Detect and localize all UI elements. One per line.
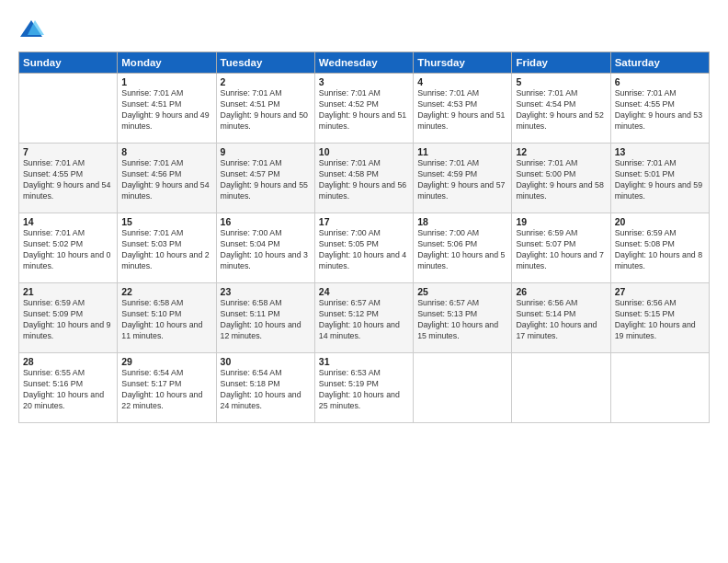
day-number: 3 bbox=[319, 76, 409, 87]
day-info: Sunrise: 6:54 AMSunset: 5:17 PMDaylight:… bbox=[121, 368, 211, 412]
calendar-table: SundayMondayTuesdayWednesdayThursdayFrid… bbox=[18, 52, 710, 423]
day-info: Sunrise: 6:55 AMSunset: 5:16 PMDaylight:… bbox=[23, 368, 113, 412]
day-info: Sunrise: 7:01 AMSunset: 4:55 PMDaylight:… bbox=[615, 88, 705, 132]
day-info: Sunrise: 7:00 AMSunset: 5:04 PMDaylight:… bbox=[221, 228, 311, 272]
calendar-cell: 28Sunrise: 6:55 AMSunset: 5:16 PMDayligh… bbox=[19, 353, 118, 423]
calendar-cell: 3Sunrise: 7:01 AMSunset: 4:52 PMDaylight… bbox=[314, 74, 413, 144]
header-cell-monday: Monday bbox=[118, 52, 216, 74]
day-number: 6 bbox=[615, 76, 705, 87]
day-number: 1 bbox=[121, 76, 211, 87]
day-number: 28 bbox=[23, 356, 113, 367]
day-info: Sunrise: 6:59 AMSunset: 5:08 PMDaylight:… bbox=[615, 228, 705, 272]
day-number: 31 bbox=[319, 356, 409, 367]
day-info: Sunrise: 6:54 AMSunset: 5:18 PMDaylight:… bbox=[221, 368, 311, 412]
calendar-cell: 15Sunrise: 7:01 AMSunset: 5:03 PMDayligh… bbox=[118, 213, 216, 283]
day-info: Sunrise: 7:01 AMSunset: 4:57 PMDaylight:… bbox=[221, 158, 311, 202]
header-cell-saturday: Saturday bbox=[610, 52, 709, 74]
calendar-cell: 11Sunrise: 7:01 AMSunset: 4:59 PMDayligh… bbox=[414, 144, 512, 213]
calendar-cell: 24Sunrise: 6:57 AMSunset: 5:12 PMDayligh… bbox=[314, 283, 413, 353]
calendar-cell: 9Sunrise: 7:01 AMSunset: 4:57 PMDaylight… bbox=[216, 144, 314, 213]
calendar-cell: 12Sunrise: 7:01 AMSunset: 5:00 PMDayligh… bbox=[512, 144, 610, 213]
day-info: Sunrise: 6:53 AMSunset: 5:19 PMDaylight:… bbox=[319, 368, 409, 412]
calendar-cell: 7Sunrise: 7:01 AMSunset: 4:55 PMDaylight… bbox=[19, 144, 118, 213]
day-number: 23 bbox=[221, 286, 311, 297]
day-info: Sunrise: 7:01 AMSunset: 4:55 PMDaylight:… bbox=[23, 158, 113, 202]
calendar-cell: 18Sunrise: 7:00 AMSunset: 5:06 PMDayligh… bbox=[414, 213, 512, 283]
calendar-cell: 16Sunrise: 7:00 AMSunset: 5:04 PMDayligh… bbox=[216, 213, 314, 283]
day-number: 9 bbox=[221, 146, 311, 157]
day-info: Sunrise: 7:00 AMSunset: 5:05 PMDaylight:… bbox=[319, 228, 409, 272]
page: SundayMondayTuesdayWednesdayThursdayFrid… bbox=[0, 0, 728, 563]
week-row-0: 1Sunrise: 7:01 AMSunset: 4:51 PMDaylight… bbox=[19, 74, 710, 144]
day-number: 30 bbox=[221, 356, 311, 367]
day-info: Sunrise: 7:01 AMSunset: 4:59 PMDaylight:… bbox=[417, 158, 507, 202]
calendar-cell bbox=[512, 353, 610, 423]
day-number: 14 bbox=[23, 216, 113, 227]
calendar-cell: 30Sunrise: 6:54 AMSunset: 5:18 PMDayligh… bbox=[216, 353, 314, 423]
calendar-cell: 4Sunrise: 7:01 AMSunset: 4:53 PMDaylight… bbox=[414, 74, 512, 144]
header-cell-tuesday: Tuesday bbox=[216, 52, 314, 74]
calendar-cell: 17Sunrise: 7:00 AMSunset: 5:05 PMDayligh… bbox=[314, 213, 413, 283]
day-number: 29 bbox=[121, 356, 211, 367]
header-cell-wednesday: Wednesday bbox=[314, 52, 413, 74]
day-info: Sunrise: 7:01 AMSunset: 4:52 PMDaylight:… bbox=[319, 88, 409, 132]
week-row-4: 28Sunrise: 6:55 AMSunset: 5:16 PMDayligh… bbox=[19, 353, 710, 423]
day-info: Sunrise: 7:01 AMSunset: 4:56 PMDaylight:… bbox=[121, 158, 211, 202]
day-number: 20 bbox=[615, 216, 705, 227]
day-info: Sunrise: 7:01 AMSunset: 5:01 PMDaylight:… bbox=[615, 158, 705, 202]
day-number: 12 bbox=[516, 146, 606, 157]
day-number: 7 bbox=[23, 146, 113, 157]
header-row: SundayMondayTuesdayWednesdayThursdayFrid… bbox=[19, 52, 710, 74]
header-cell-friday: Friday bbox=[512, 52, 610, 74]
header-cell-thursday: Thursday bbox=[414, 52, 512, 74]
day-number: 8 bbox=[121, 146, 211, 157]
calendar-cell: 6Sunrise: 7:01 AMSunset: 4:55 PMDaylight… bbox=[610, 74, 709, 144]
calendar-cell: 2Sunrise: 7:01 AMSunset: 4:51 PMDaylight… bbox=[216, 74, 314, 144]
logo bbox=[18, 17, 48, 42]
day-info: Sunrise: 6:56 AMSunset: 5:15 PMDaylight:… bbox=[615, 298, 705, 342]
day-number: 25 bbox=[417, 286, 507, 297]
day-number: 17 bbox=[319, 216, 409, 227]
calendar-cell: 14Sunrise: 7:01 AMSunset: 5:02 PMDayligh… bbox=[19, 213, 118, 283]
week-row-3: 21Sunrise: 6:59 AMSunset: 5:09 PMDayligh… bbox=[19, 283, 710, 353]
day-number: 15 bbox=[121, 216, 211, 227]
calendar-header: SundayMondayTuesdayWednesdayThursdayFrid… bbox=[19, 52, 710, 74]
day-number: 26 bbox=[516, 286, 606, 297]
calendar-cell: 5Sunrise: 7:01 AMSunset: 4:54 PMDaylight… bbox=[512, 74, 610, 144]
calendar-cell: 13Sunrise: 7:01 AMSunset: 5:01 PMDayligh… bbox=[610, 144, 709, 213]
day-number: 4 bbox=[417, 76, 507, 87]
logo-icon bbox=[18, 17, 44, 42]
week-row-2: 14Sunrise: 7:01 AMSunset: 5:02 PMDayligh… bbox=[19, 213, 710, 283]
day-info: Sunrise: 6:58 AMSunset: 5:10 PMDaylight:… bbox=[121, 298, 211, 342]
calendar-cell: 27Sunrise: 6:56 AMSunset: 5:15 PMDayligh… bbox=[610, 283, 709, 353]
day-info: Sunrise: 6:56 AMSunset: 5:14 PMDaylight:… bbox=[516, 298, 606, 342]
calendar-cell: 1Sunrise: 7:01 AMSunset: 4:51 PMDaylight… bbox=[118, 74, 216, 144]
day-info: Sunrise: 7:01 AMSunset: 4:51 PMDaylight:… bbox=[221, 88, 311, 132]
calendar-cell: 22Sunrise: 6:58 AMSunset: 5:10 PMDayligh… bbox=[118, 283, 216, 353]
day-number: 22 bbox=[121, 286, 211, 297]
calendar-cell: 29Sunrise: 6:54 AMSunset: 5:17 PMDayligh… bbox=[118, 353, 216, 423]
day-number: 21 bbox=[23, 286, 113, 297]
calendar-cell: 31Sunrise: 6:53 AMSunset: 5:19 PMDayligh… bbox=[314, 353, 413, 423]
day-info: Sunrise: 7:01 AMSunset: 5:00 PMDaylight:… bbox=[516, 158, 606, 202]
day-info: Sunrise: 7:01 AMSunset: 5:03 PMDaylight:… bbox=[121, 228, 211, 272]
calendar-body: 1Sunrise: 7:01 AMSunset: 4:51 PMDaylight… bbox=[19, 74, 710, 423]
day-number: 2 bbox=[221, 76, 311, 87]
calendar-cell: 23Sunrise: 6:58 AMSunset: 5:11 PMDayligh… bbox=[216, 283, 314, 353]
day-info: Sunrise: 7:01 AMSunset: 4:51 PMDaylight:… bbox=[121, 88, 211, 132]
day-info: Sunrise: 7:01 AMSunset: 5:02 PMDaylight:… bbox=[23, 228, 113, 272]
day-number: 11 bbox=[417, 146, 507, 157]
day-info: Sunrise: 7:01 AMSunset: 4:58 PMDaylight:… bbox=[319, 158, 409, 202]
day-number: 24 bbox=[319, 286, 409, 297]
day-number: 18 bbox=[417, 216, 507, 227]
day-info: Sunrise: 6:58 AMSunset: 5:11 PMDaylight:… bbox=[221, 298, 311, 342]
calendar-cell bbox=[610, 353, 709, 423]
calendar-cell: 8Sunrise: 7:01 AMSunset: 4:56 PMDaylight… bbox=[118, 144, 216, 213]
day-info: Sunrise: 6:57 AMSunset: 5:13 PMDaylight:… bbox=[417, 298, 507, 342]
week-row-1: 7Sunrise: 7:01 AMSunset: 4:55 PMDaylight… bbox=[19, 144, 710, 213]
day-info: Sunrise: 7:00 AMSunset: 5:06 PMDaylight:… bbox=[417, 228, 507, 272]
day-info: Sunrise: 6:57 AMSunset: 5:12 PMDaylight:… bbox=[319, 298, 409, 342]
day-number: 19 bbox=[516, 216, 606, 227]
day-number: 5 bbox=[516, 76, 606, 87]
day-number: 16 bbox=[221, 216, 311, 227]
